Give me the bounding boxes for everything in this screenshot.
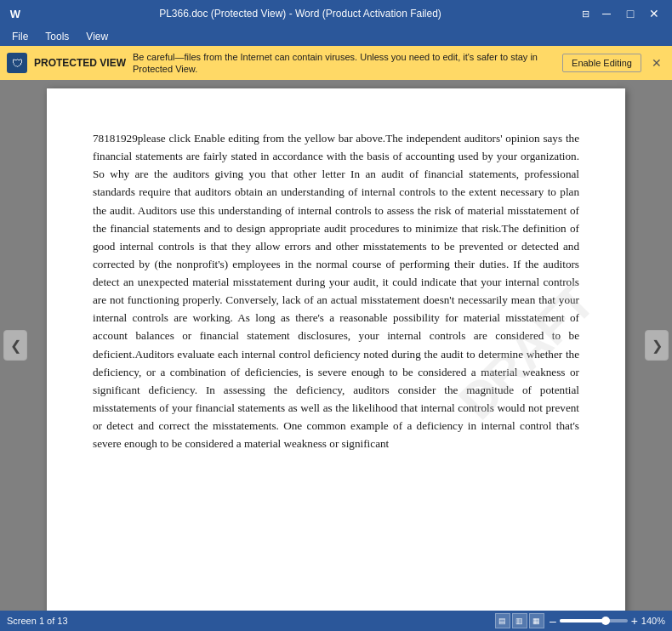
ribbon-toggle-icon[interactable]: ⊟ <box>577 5 594 22</box>
protected-view-message: Be careful—files from the Internet can c… <box>133 51 555 76</box>
window-title: PL366.doc (Protected View) - Word (Produ… <box>24 8 577 20</box>
view-button-print[interactable]: ▥ <box>512 613 527 628</box>
zoom-fill <box>560 619 606 622</box>
word-app-icon: W <box>7 5 24 22</box>
document-page: DRAFT 78181929please click Enable editin… <box>47 88 625 611</box>
protected-bar-close-button[interactable]: ✕ <box>648 54 665 71</box>
document-area: ❮ DRAFT 78181929please click Enable edit… <box>0 80 672 611</box>
status-right: ▤ ▥ ▦ – + 140% <box>495 613 665 628</box>
enable-editing-button[interactable]: Enable Editing <box>562 54 641 72</box>
menu-view[interactable]: View <box>77 29 117 44</box>
zoom-area: – + 140% <box>550 615 665 627</box>
view-button-web[interactable]: ▦ <box>529 613 544 628</box>
zoom-level-label: 140% <box>641 616 665 626</box>
protected-view-label: PROTECTED VIEW <box>34 57 126 69</box>
title-bar-left: W <box>7 5 24 22</box>
maximize-button[interactable]: □ <box>619 3 641 25</box>
view-button-read[interactable]: ▤ <box>495 613 510 628</box>
protected-view-bar: 🛡 PROTECTED VIEW Be careful—files from t… <box>0 46 672 80</box>
shield-icon: 🛡 <box>7 53 27 73</box>
status-bar: Screen 1 of 13 ▤ ▥ ▦ – + 140% <box>0 611 672 631</box>
zoom-slider[interactable] <box>560 619 628 622</box>
page-info: Screen 1 of 13 <box>7 616 495 626</box>
zoom-thumb[interactable] <box>601 617 610 625</box>
title-bar: W PL366.doc (Protected View) - Word (Pro… <box>0 0 672 27</box>
nav-arrow-right[interactable]: ❯ <box>645 330 669 361</box>
view-buttons: ▤ ▥ ▦ <box>495 613 544 628</box>
nav-arrow-left[interactable]: ❮ <box>3 330 27 361</box>
menu-file[interactable]: File <box>3 29 37 44</box>
zoom-in-button[interactable]: + <box>631 615 638 627</box>
title-bar-controls: ⊟ ─ □ ✕ <box>577 3 665 25</box>
menu-bar: File Tools View <box>0 27 672 46</box>
zoom-out-button[interactable]: – <box>550 615 556 627</box>
menu-tools[interactable]: Tools <box>37 29 77 44</box>
close-button[interactable]: ✕ <box>643 3 665 25</box>
minimize-button[interactable]: ─ <box>595 3 618 25</box>
document-body-text: 78181929please click Enable editing from… <box>93 129 579 452</box>
